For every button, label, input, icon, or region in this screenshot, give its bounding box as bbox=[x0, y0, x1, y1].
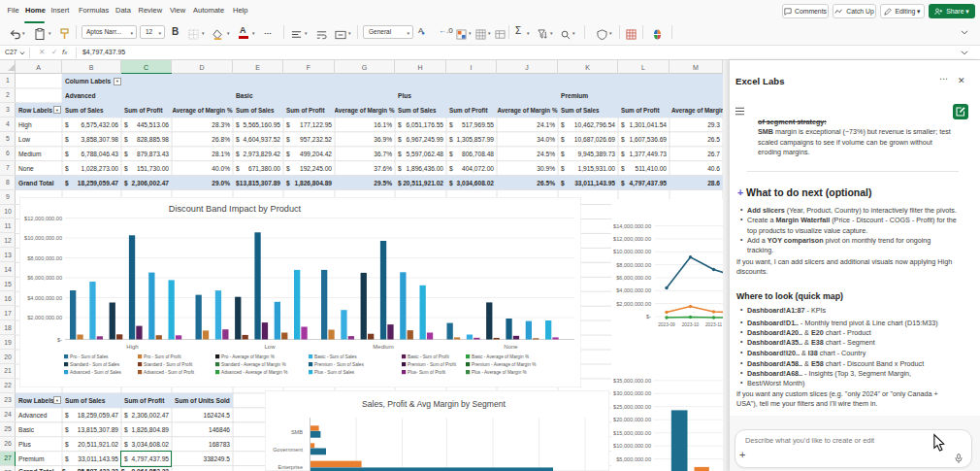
svg-text:Standard - Sum of Profit: Standard - Sum of Profit bbox=[144, 362, 193, 367]
svg-text:$12,000,000.00: $12,000,000.00 bbox=[24, 216, 62, 221]
svg-text:Premium - Sum of Sales: Premium - Sum of Sales bbox=[314, 362, 364, 367]
svg-text:Advanced - Sum of Profit: Advanced - Sum of Profit bbox=[144, 370, 195, 375]
svg-text:Sales, Profit & Avg Margin by: Sales, Profit & Avg Margin by Segment bbox=[362, 399, 506, 409]
svg-text:Enterprise: Enterprise bbox=[278, 464, 304, 470]
svg-text:$-: $- bbox=[57, 337, 62, 343]
svg-text:$14,000,000.00: $14,000,000.00 bbox=[613, 223, 651, 229]
svg-text:Pro - Sum of Profit: Pro - Sum of Profit bbox=[144, 354, 181, 359]
svg-text:$12,000,000.00: $12,000,000.00 bbox=[613, 236, 651, 242]
svg-text:Standard - Sum of Sales: Standard - Sum of Sales bbox=[70, 362, 120, 367]
svg-text:$10,000,000.00: $10,000,000.00 bbox=[613, 249, 651, 254]
svg-text:Advanced - Sum of Sales: Advanced - Sum of Sales bbox=[70, 370, 122, 375]
svg-text:Basic - Average of Margin %: Basic - Average of Margin % bbox=[472, 354, 529, 359]
svg-text:Pro - Average of Margin %: Pro - Average of Margin % bbox=[221, 354, 275, 359]
svg-text:Basic - Sum of Sales: Basic - Sum of Sales bbox=[314, 354, 357, 359]
svg-text:$-: $- bbox=[646, 314, 651, 320]
svg-text:$35,000,000.00: $35,000,000.00 bbox=[613, 378, 651, 384]
svg-text:$2,000,000.00: $2,000,000.00 bbox=[616, 301, 651, 307]
svg-text:$6,000,000.00: $6,000,000.00 bbox=[27, 275, 62, 281]
svg-text:$4,000,000.00: $4,000,000.00 bbox=[616, 287, 651, 293]
svg-text:$5,000,000.00: $5,000,000.00 bbox=[616, 456, 651, 462]
svg-text:High: High bbox=[126, 344, 138, 350]
svg-text:Plus - Sum of Sales: Plus - Sum of Sales bbox=[314, 370, 355, 375]
svg-text:$8,000,000.00: $8,000,000.00 bbox=[27, 255, 62, 261]
svg-text:$25,000,000.00: $25,000,000.00 bbox=[613, 404, 651, 410]
svg-text:$4,000,000.00: $4,000,000.00 bbox=[27, 295, 62, 301]
svg-text:$30,000,000.00: $30,000,000.00 bbox=[613, 390, 651, 396]
svg-text:2023-10: 2023-10 bbox=[682, 322, 700, 327]
svg-text:Premium - Sum of Profit: Premium - Sum of Profit bbox=[408, 362, 457, 367]
svg-text:$20,000,000.00: $20,000,000.00 bbox=[613, 417, 651, 422]
svg-text:Plus - Average of Margin %: Plus - Average of Margin % bbox=[472, 370, 527, 375]
svg-text:SMB: SMB bbox=[291, 429, 303, 435]
svg-text:Discount Band Impact by Produc: Discount Band Impact by Product bbox=[169, 204, 302, 214]
svg-text:$6,000,000.00: $6,000,000.00 bbox=[616, 275, 651, 281]
svg-text:Premium - Average of Margin %: Premium - Average of Margin % bbox=[472, 362, 536, 367]
svg-text:$10,000,000.00: $10,000,000.00 bbox=[24, 235, 62, 241]
svg-text:Medium: Medium bbox=[373, 344, 393, 350]
svg-text:Government: Government bbox=[273, 447, 303, 453]
svg-text:None: None bbox=[504, 344, 518, 350]
svg-text:$8,000,000.00: $8,000,000.00 bbox=[616, 262, 651, 268]
svg-text:$15,000,000.00: $15,000,000.00 bbox=[613, 430, 651, 436]
svg-text:2023-11: 2023-11 bbox=[705, 322, 723, 327]
svg-text:Advanced - Average of Margin %: Advanced - Average of Margin % bbox=[221, 370, 287, 375]
svg-text:Basic - Sum of Profit: Basic - Sum of Profit bbox=[408, 354, 449, 359]
svg-text:Low: Low bbox=[264, 344, 276, 350]
svg-text:Pro - Sum of Sales: Pro - Sum of Sales bbox=[70, 354, 109, 359]
svg-text:Plus- Sum of Profit: Plus- Sum of Profit bbox=[408, 370, 446, 375]
svg-text:Standard - Average of Margin %: Standard - Average of Margin % bbox=[221, 362, 286, 367]
svg-text:$2,000,000.00: $2,000,000.00 bbox=[27, 315, 62, 320]
svg-text:2023-09: 2023-09 bbox=[658, 322, 675, 327]
svg-text:$10,000,000.00: $10,000,000.00 bbox=[613, 443, 651, 449]
